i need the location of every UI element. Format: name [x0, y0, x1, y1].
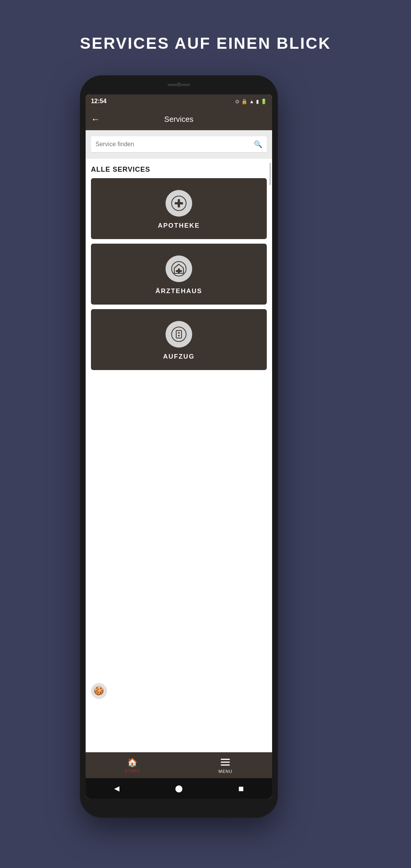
- svg-rect-10: [221, 759, 230, 760]
- svg-point-6: [172, 327, 186, 341]
- service-card-apotheke[interactable]: APOTHEKE: [91, 178, 267, 239]
- search-bar-container: 🔍: [86, 130, 272, 159]
- speaker: [167, 84, 190, 86]
- wifi-icon: ▲: [249, 99, 254, 104]
- menu-icon: [221, 757, 230, 768]
- search-input[interactable]: [96, 141, 254, 148]
- phone-bottom-area: [80, 799, 278, 818]
- service-card-aerztehaus[interactable]: ÄRZTEHAUS: [91, 244, 267, 305]
- vpn-icon: 🔒: [241, 99, 247, 104]
- svg-rect-11: [221, 761, 230, 763]
- svg-rect-5: [176, 270, 182, 272]
- android-recent-button[interactable]: ◼: [233, 781, 249, 796]
- app-bar: ← Services: [86, 108, 272, 130]
- svg-rect-12: [221, 764, 230, 766]
- battery-icon: 🔋: [261, 99, 267, 104]
- nav-item-start[interactable]: 🏠 START: [86, 758, 179, 773]
- aerztehaus-icon: [171, 261, 186, 276]
- section-title: ALLE SERVICES: [86, 159, 272, 178]
- phone-screen: 12:54 ⊙ 🔒 ▲ ▮ 🔋 ← Services 🔍: [86, 94, 272, 799]
- apotheke-label: APOTHEKE: [158, 222, 200, 230]
- service-card-aufzug[interactable]: AUFZUG: [91, 309, 267, 370]
- apotheke-icon-circle: [166, 190, 192, 217]
- signal-icon: ▮: [256, 99, 259, 104]
- android-home-button[interactable]: ⬤: [171, 781, 186, 796]
- svg-rect-2: [175, 202, 183, 204]
- bottom-nav: 🏠 START MENU: [86, 752, 272, 778]
- aufzug-icon: [171, 327, 186, 342]
- nav-item-menu[interactable]: MENU: [179, 757, 272, 774]
- cookie-button[interactable]: 🍪: [91, 683, 107, 699]
- aerztehaus-label: ÄRZTEHAUS: [156, 287, 202, 295]
- phone-shell: 12:54 ⊙ 🔒 ▲ ▮ 🔋 ← Services 🔍: [80, 75, 278, 818]
- search-input-wrapper: 🔍: [91, 136, 267, 153]
- android-back-button[interactable]: ◀: [109, 781, 124, 796]
- location-icon: ⊙: [235, 99, 239, 104]
- status-time: 12:54: [91, 98, 107, 105]
- android-nav: ◀ ⬤ ◼: [86, 778, 272, 799]
- scrollbar-indicator: [269, 163, 271, 185]
- content-area[interactable]: ALLE SERVICES APOTHEKE: [86, 159, 272, 752]
- aerztehaus-icon-circle: [166, 255, 192, 282]
- page-background: SERVICES AUF EINEN BLICK 12:54 ⊙ 🔒 ▲ ▮ 🔋: [80, 0, 331, 818]
- aufzug-icon-circle: [166, 321, 192, 348]
- status-bar: 12:54 ⊙ 🔒 ▲ ▮ 🔋: [86, 94, 272, 108]
- back-button[interactable]: ←: [91, 114, 100, 124]
- app-bar-title: Services: [164, 115, 194, 124]
- home-icon: 🏠: [127, 758, 137, 767]
- status-icons: ⊙ 🔒 ▲ ▮ 🔋: [235, 99, 267, 104]
- nav-start-label: START: [124, 769, 140, 773]
- search-icon[interactable]: 🔍: [254, 140, 262, 148]
- apotheke-icon: [171, 196, 186, 211]
- nav-menu-label: MENU: [218, 769, 232, 774]
- phone-top-bar: [80, 75, 278, 94]
- page-title: SERVICES AUF EINEN BLICK: [80, 34, 331, 53]
- aufzug-label: AUFZUG: [163, 353, 195, 361]
